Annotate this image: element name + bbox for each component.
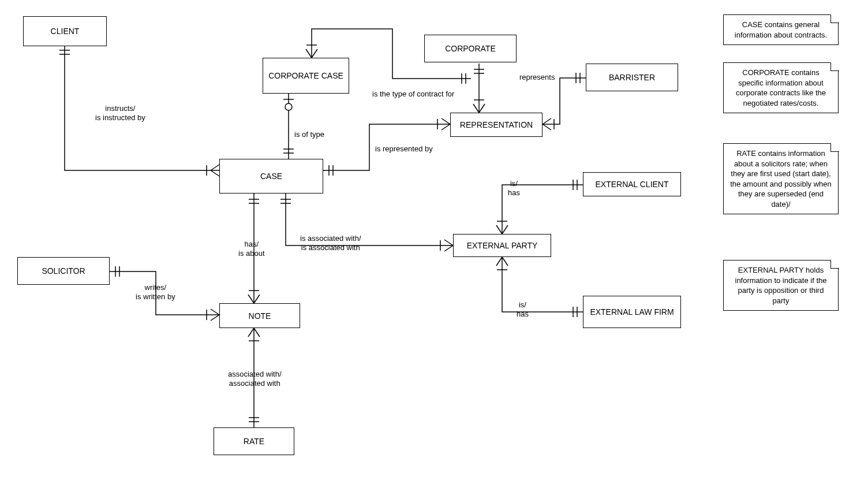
label-represented-by: is represented by bbox=[375, 144, 433, 154]
svg-line-54 bbox=[211, 309, 219, 315]
svg-line-10 bbox=[306, 49, 312, 58]
svg-line-21 bbox=[542, 118, 551, 124]
svg-line-48 bbox=[502, 257, 508, 266]
entity-case: CASE bbox=[219, 159, 323, 194]
svg-line-22 bbox=[542, 124, 551, 130]
entity-note: NOTE bbox=[219, 303, 300, 328]
label-is-of-type: is of type bbox=[294, 130, 324, 139]
label-represents: represents bbox=[519, 73, 555, 82]
svg-line-47 bbox=[496, 257, 502, 266]
label-has-is-about: has/is about bbox=[238, 240, 265, 259]
svg-line-18 bbox=[473, 104, 479, 113]
label-is-has-ec: is/has bbox=[508, 179, 520, 198]
svg-line-34 bbox=[248, 295, 254, 303]
svg-line-3 bbox=[211, 170, 219, 176]
entity-external-law-firm: EXTERNAL LAW FIRM bbox=[583, 296, 681, 328]
svg-point-8 bbox=[285, 103, 292, 110]
svg-line-19 bbox=[479, 104, 485, 113]
entity-external-client: EXTERNAL CLIENT bbox=[583, 172, 681, 196]
entity-client: CLIENT bbox=[23, 16, 107, 46]
entity-barrister: BARRISTER bbox=[586, 64, 678, 91]
svg-line-55 bbox=[211, 315, 219, 321]
svg-line-11 bbox=[312, 49, 317, 58]
note-case: CASE contains general information about … bbox=[723, 14, 839, 45]
svg-line-59 bbox=[254, 328, 260, 337]
entity-rate: RATE bbox=[214, 427, 294, 455]
label-is-has-elf: is/has bbox=[517, 300, 529, 319]
note-rate: RATE contains information about a solici… bbox=[723, 143, 839, 214]
label-assoc-rate: associated with/associated with bbox=[228, 370, 282, 389]
svg-line-58 bbox=[248, 328, 254, 337]
svg-line-39 bbox=[444, 240, 453, 245]
entity-external-party: EXTERNAL PARTY bbox=[453, 234, 551, 257]
svg-line-40 bbox=[444, 245, 453, 251]
note-external-party: EXTERNAL PARTY holds information to indi… bbox=[723, 260, 839, 311]
entity-solicitor: SOLICITOR bbox=[17, 257, 110, 285]
label-writes: writes/is written by bbox=[136, 283, 175, 302]
entity-corporate: CORPORATE bbox=[424, 35, 517, 62]
note-corporate: CORPORATE contains specific information … bbox=[723, 62, 839, 113]
entity-corporate-case: CORPORATE CASE bbox=[263, 58, 349, 94]
label-type-contract: is the type of contract for bbox=[372, 90, 454, 99]
entity-representation: REPRESENTATION bbox=[450, 113, 542, 137]
label-instructs: instructs/is instructed by bbox=[95, 104, 145, 123]
svg-line-35 bbox=[254, 295, 260, 303]
svg-line-42 bbox=[496, 225, 502, 234]
svg-line-43 bbox=[502, 225, 508, 234]
svg-line-29 bbox=[442, 124, 450, 130]
label-associated-ext: is associated with/is associated with bbox=[300, 234, 361, 253]
svg-line-2 bbox=[211, 165, 219, 170]
svg-line-28 bbox=[442, 118, 450, 124]
